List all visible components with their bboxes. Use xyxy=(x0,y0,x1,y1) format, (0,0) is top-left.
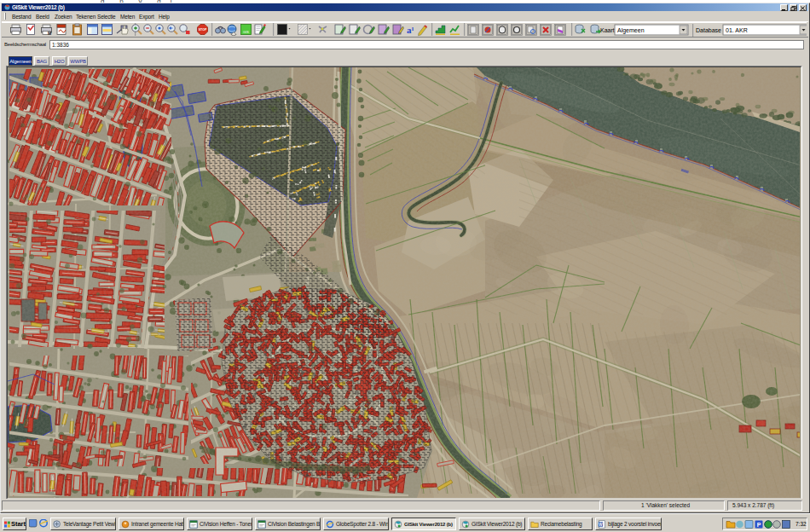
svg-text:Database: Database xyxy=(696,27,721,33)
svg-text:STOP: STOP xyxy=(199,28,207,32)
svg-text:Algemeen: Algemeen xyxy=(617,27,645,34)
svg-text:P: P xyxy=(757,522,761,528)
svg-text:l: l xyxy=(412,26,414,32)
svg-text:01. AKR: 01. AKR xyxy=(726,27,748,33)
svg-text:Kaart: Kaart xyxy=(600,27,615,33)
svg-text:GIS: GIS xyxy=(243,30,249,34)
svg-text:M: M xyxy=(48,31,51,36)
